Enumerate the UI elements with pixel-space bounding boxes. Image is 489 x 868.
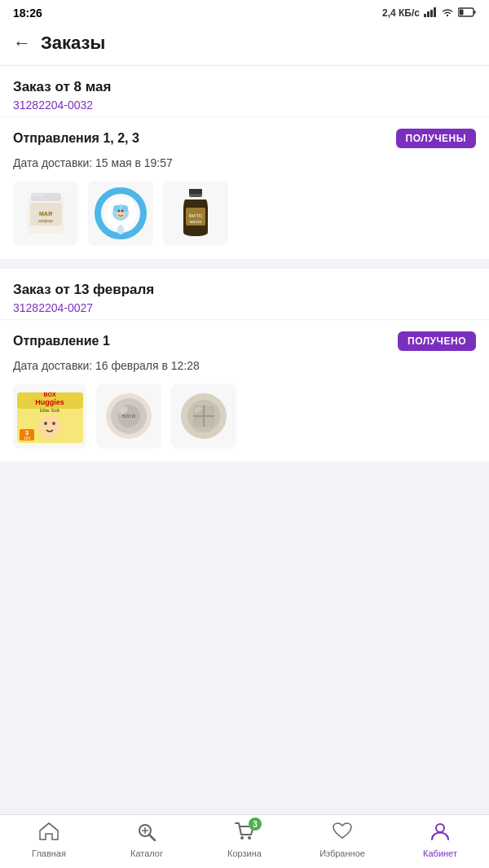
svg-rect-3 (434, 7, 436, 17)
product-thumb-jar[interactable]: МАЯ кефир (13, 181, 78, 246)
catalog-icon (136, 822, 157, 846)
heart-icon (332, 822, 353, 846)
svg-point-34 (44, 422, 47, 425)
status-time: 18:26 (13, 7, 42, 20)
shipment-block-1: Отправления 1, 2, 3 ПОЛУЧЕНЫ Дата достав… (0, 116, 489, 259)
status-right: 2,4 КБ/с (382, 7, 476, 20)
shipment-header-1: Отправления 1, 2, 3 ПОЛУЧЕНЫ (13, 129, 476, 148)
svg-point-55 (248, 836, 251, 840)
back-button[interactable]: ← (13, 33, 31, 54)
wifi-icon (441, 7, 454, 20)
order-header-1: Заказ от 8 мая 31282204-0032 (0, 66, 489, 116)
main-content: Заказ от 8 мая 31282204-0032 Отправления… (0, 66, 489, 528)
delivery-date-2: Дата доставки: 16 февраля в 12:28 (13, 359, 476, 372)
product-thumb-round1[interactable]: вата (96, 384, 161, 449)
svg-point-22 (117, 225, 124, 235)
product-thumb-huggies[interactable]: BOX Huggies Elite Soft 3 160 (13, 384, 86, 449)
order-card-2: Заказ от 13 февраля 31282204-0027 Отправ… (0, 269, 489, 462)
signal-icon (424, 7, 437, 20)
svg-point-56 (436, 824, 444, 832)
svg-text:ФИТО: ФИТО (189, 213, 203, 218)
svg-text:кефир: кефир (38, 218, 53, 223)
nav-cart-label: Корзина (227, 848, 262, 858)
nav-cart[interactable]: 3 Корзина (220, 822, 269, 858)
order-number-1[interactable]: 31282204-0032 (13, 99, 476, 112)
order-date-1: Заказ от 8 мая (13, 79, 476, 95)
nav-home-label: Главная (32, 848, 66, 858)
page-title: Заказы (41, 33, 105, 54)
page-header: ← Заказы (0, 23, 489, 66)
product-images-1: МАЯ кефир (13, 181, 476, 246)
svg-point-33 (38, 415, 61, 438)
svg-text:160: 160 (23, 436, 30, 441)
svg-text:МАЯ: МАЯ (39, 211, 52, 217)
network-speed: 2,4 КБ/с (382, 7, 420, 19)
shipment-header-2: Отправление 1 ПОЛУЧЕНО (13, 331, 476, 351)
status-bar: 18:26 2,4 КБ/с (0, 0, 489, 23)
bottom-navigation: Главная Каталог 3 Корзина (0, 814, 489, 868)
svg-rect-2 (430, 10, 433, 17)
status-badge-1: ПОЛУЧЕНЫ (396, 129, 476, 148)
product-images-2: BOX Huggies Elite Soft 3 160 (13, 384, 476, 449)
svg-point-20 (118, 210, 121, 213)
svg-text:BOX: BOX (43, 392, 56, 397)
svg-point-54 (240, 836, 244, 840)
nav-home[interactable]: Главная (24, 822, 73, 858)
nav-catalog[interactable]: Каталог (122, 822, 171, 858)
order-card-1: Заказ от 8 мая 31282204-0032 Отправления… (0, 66, 489, 259)
order-number-2[interactable]: 31282204-0027 (13, 301, 476, 314)
svg-rect-0 (424, 14, 426, 17)
nav-favorites[interactable]: Избранное (318, 822, 367, 858)
order-header-2: Заказ от 13 февраля 31282204-0027 (0, 269, 489, 319)
svg-text:Elite Soft: Elite Soft (39, 408, 59, 413)
shipment-block-2: Отправление 1 ПОЛУЧЕНО Дата доставки: 16… (0, 319, 489, 462)
svg-point-21 (121, 210, 124, 213)
product-thumb-bottle[interactable]: ФИТО масло (163, 181, 228, 246)
svg-rect-1 (427, 11, 430, 17)
svg-point-4 (447, 14, 448, 15)
cart-icon: 3 (234, 822, 255, 846)
cart-badge: 3 (249, 818, 262, 831)
svg-text:Huggies: Huggies (35, 398, 64, 406)
nav-favorites-label: Избранное (319, 848, 365, 858)
svg-text:масло: масло (190, 219, 202, 224)
shipment-title-1: Отправления 1, 2, 3 (13, 131, 139, 146)
svg-line-51 (149, 835, 155, 840)
battery-icon (458, 7, 476, 20)
svg-rect-7 (460, 9, 464, 15)
nav-profile[interactable]: Кабинет (416, 822, 465, 858)
product-thumb-pacifier[interactable] (88, 181, 153, 246)
home-icon (38, 822, 59, 846)
svg-rect-6 (474, 11, 476, 14)
status-badge-2: ПОЛУЧЕНО (398, 331, 476, 351)
delivery-date-1: Дата доставки: 15 мая в 19:57 (13, 156, 476, 169)
product-thumb-round2[interactable] (171, 384, 236, 449)
nav-catalog-label: Каталог (130, 848, 163, 858)
nav-profile-label: Кабинет (423, 848, 457, 858)
svg-point-35 (52, 422, 55, 425)
svg-rect-24 (189, 189, 202, 194)
profile-icon (430, 822, 451, 846)
svg-rect-13 (33, 194, 45, 196)
order-date-2: Заказ от 13 февраля (13, 282, 476, 298)
shipment-title-2: Отправление 1 (13, 334, 110, 349)
